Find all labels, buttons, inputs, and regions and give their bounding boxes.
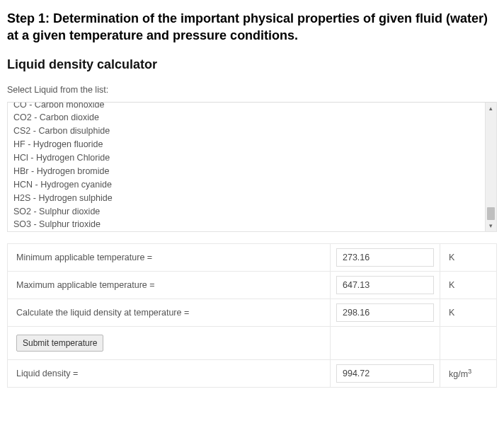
min-temp-unit: K bbox=[440, 243, 497, 271]
liquid-option[interactable]: CO2 - Carbon dioxide bbox=[12, 111, 481, 124]
calc-temp-input[interactable]: 298.16 bbox=[336, 303, 434, 322]
submit-temperature-button[interactable]: Submit temperature bbox=[16, 335, 103, 352]
liquid-option[interactable]: HCN - Hydrogen cyanide bbox=[12, 178, 481, 192]
liquid-option[interactable]: CS2 - Carbon disulphide bbox=[12, 124, 481, 138]
row-min-temp: Minimum applicable temperature = 273.16 … bbox=[8, 243, 497, 271]
calc-temp-label: Calculate the liquid density at temperat… bbox=[8, 299, 331, 326]
row-calc-temp: Calculate the liquid density at temperat… bbox=[8, 299, 497, 326]
row-max-temp: Maximum applicable temperature = 647.13 … bbox=[8, 271, 497, 299]
max-temp-value[interactable]: 647.13 bbox=[336, 276, 434, 294]
liquid-listbox[interactable]: CO - Carbon monoxideCO2 - Carbon dioxide… bbox=[7, 102, 497, 232]
row-submit: Submit temperature bbox=[8, 326, 497, 359]
scroll-down-icon[interactable]: ▾ bbox=[486, 220, 496, 231]
scroll-track[interactable] bbox=[486, 114, 496, 220]
density-unit: kg/m3 bbox=[440, 359, 497, 387]
liquid-option[interactable]: SO2 - Sulphur dioxide bbox=[12, 205, 481, 219]
listbox-scrollbar[interactable]: ▴ ▾ bbox=[485, 103, 496, 231]
liquid-option[interactable]: SO3 - Sulphur trioxide bbox=[12, 218, 481, 231]
min-temp-value[interactable]: 273.16 bbox=[336, 248, 434, 267]
liquid-option[interactable]: HF - Hydrogen fluoride bbox=[12, 138, 481, 151]
density-label: Liquid density = bbox=[8, 359, 331, 387]
properties-table: Minimum applicable temperature = 273.16 … bbox=[7, 243, 497, 388]
row-density: Liquid density = 994.72 kg/m3 bbox=[8, 359, 497, 387]
liquid-option[interactable]: HBr - Hydrogen bromide bbox=[12, 165, 481, 178]
liquid-option[interactable]: H2S - Hydrogen sulphide bbox=[12, 192, 481, 205]
calculator-title: Liquid density calculator bbox=[7, 57, 497, 72]
step-heading: Step 1: Determination of the important p… bbox=[7, 10, 497, 45]
max-temp-label: Maximum applicable temperature = bbox=[8, 271, 331, 299]
min-temp-label: Minimum applicable temperature = bbox=[8, 243, 331, 271]
max-temp-unit: K bbox=[440, 271, 497, 299]
density-value[interactable]: 994.72 bbox=[336, 364, 434, 383]
calc-temp-unit: K bbox=[440, 299, 497, 326]
scroll-up-icon[interactable]: ▴ bbox=[486, 103, 496, 114]
select-liquid-label: Select Liquid from the list: bbox=[7, 85, 497, 95]
liquid-option[interactable]: HCl - Hydrogen Chloride bbox=[12, 151, 481, 165]
scroll-thumb[interactable] bbox=[487, 207, 495, 220]
liquid-option[interactable]: CO - Carbon monoxide bbox=[12, 103, 481, 112]
